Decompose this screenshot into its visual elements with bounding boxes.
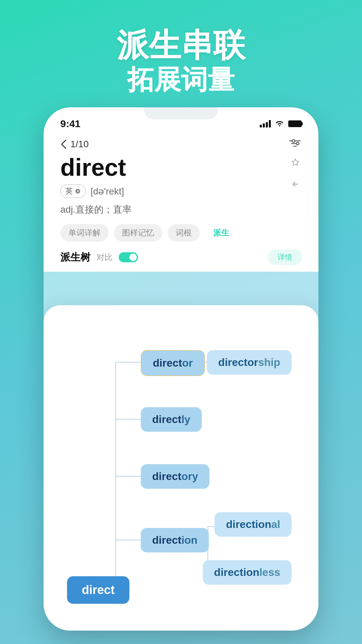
node-directionless[interactable]: directionless [203,560,292,585]
word-section: direct 英 [də'rekt] adj.直接的；直率 [60,154,302,272]
node-director[interactable]: director [141,350,205,376]
node-directorship[interactable]: directorship [207,350,292,375]
tabs-row: 单词详解 图样记忆 词根 派生 [60,224,302,241]
tree-area: direct director directorship directly di… [44,305,318,631]
detail-button[interactable]: 详情 [268,250,302,265]
node-directional[interactable]: directional [215,512,292,537]
svg-point-3 [292,140,295,142]
toggle-switch[interactable] [119,252,138,262]
wifi-icon [275,119,284,128]
nav-back[interactable]: 1/10 [60,139,89,150]
battery-icon [288,120,302,127]
header-line2: 拓展词量 [0,64,362,96]
phonetic-tag-text: 英 [65,186,73,196]
word-phonetic-row: 英 [də'rekt] [60,184,132,198]
status-icons [260,119,302,128]
notch [144,107,218,119]
svg-point-4 [296,142,299,145]
status-time: 9:41 [60,118,80,129]
phone-top: 9:41 [44,107,318,272]
tree-container: direct director directorship directly di… [57,325,305,627]
node-direct-label: direct [82,583,115,597]
node-directory[interactable]: directory [141,464,209,489]
tab-image[interactable]: 图样记忆 [114,224,162,241]
nav-bar: 1/10 [60,133,302,154]
tab-root[interactable]: 词根 [168,224,200,241]
word-definition: adj.直接的；直率 [60,203,132,216]
favorite-icon[interactable] [289,157,302,171]
filter-icon[interactable] [288,138,302,150]
tab-detail[interactable]: 单词详解 [60,224,109,241]
header-line1: 派生串联 [0,27,362,64]
phone-frame: 9:41 [44,107,318,631]
compare-label: 对比 [97,252,113,263]
word-title: direct [60,154,132,181]
node-direction[interactable]: direction [141,528,209,552]
node-direct[interactable]: direct [67,576,129,604]
phonetic-text: [də'rekt] [90,186,124,197]
page-indicator: 1/10 [70,139,89,150]
derivation-title: 派生树 [60,251,90,264]
back-icon[interactable] [289,178,302,192]
phonetic-tag[interactable]: 英 [60,184,86,198]
node-directly[interactable]: directly [141,407,202,432]
signal-icon [260,120,271,127]
word-actions [289,154,302,192]
header-section: 派生串联 拓展词量 [0,0,362,109]
tab-derivation[interactable]: 派生 [205,224,237,241]
derivation-header: 派生树 对比 详情 [60,250,302,265]
